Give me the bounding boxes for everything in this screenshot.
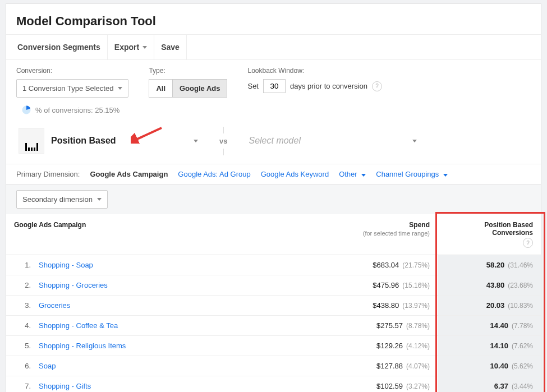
model-b-placeholder: Select model <box>249 136 301 146</box>
header-text: Spend <box>409 221 430 229</box>
campaign-link[interactable]: Shopping - Soap <box>39 261 93 269</box>
position-based-icon <box>19 128 44 154</box>
dimension-tab[interactable]: Google Ads Campaign <box>90 170 168 178</box>
type-google-ads-toggle[interactable]: Google Ads <box>173 79 227 98</box>
conversion-segments-button[interactable]: Conversion Segments <box>11 35 108 59</box>
dimension-tab[interactable]: Channel Groupings <box>376 170 448 178</box>
spend-cell: $475.96(15.16%) <box>314 275 438 296</box>
row-number: 5. <box>6 336 31 356</box>
table-row: 6.Soap$127.88(4.07%)10.40(5.62% <box>6 356 541 376</box>
toolbar-label: Export <box>114 35 139 59</box>
row-number: 7. <box>6 376 31 393</box>
dimension-tab[interactable]: Google Ads Keyword <box>261 170 329 178</box>
spend-cell: $683.04(21.75%) <box>314 255 438 275</box>
spend-cell: $275.57(8.78%) <box>314 316 438 336</box>
header-text: Position Based Conversions <box>484 221 533 237</box>
conversion-type-select[interactable]: 1 Conversion Type Selected <box>16 79 128 98</box>
toolbar-label: Save <box>161 35 180 59</box>
model-b-select[interactable]: Select model <box>249 136 417 146</box>
annotation-arrow-icon <box>131 127 164 144</box>
row-number: 2. <box>6 275 31 296</box>
chevron-down-icon <box>97 198 102 201</box>
dimension-tab[interactable]: Google Ads: Ad Group <box>178 170 250 178</box>
pie-chart-icon <box>22 105 31 114</box>
table-row: 3.Groceries$438.80(13.97%)20.03(10.83% <box>6 296 541 316</box>
chevron-down-icon <box>194 140 198 142</box>
toolbar-label: Conversion Segments <box>17 35 100 59</box>
data-table: Google Ads Campaign Spend (for selected … <box>6 214 541 392</box>
chevron-down-icon <box>143 46 147 49</box>
lookback-label: Lookback Window: <box>247 67 382 75</box>
column-header-conversions[interactable]: Position Based Conversions ? <box>438 214 541 255</box>
campaign-link[interactable]: Shopping - Groceries <box>39 281 108 289</box>
conversions-cell: 14.10(7.62% <box>438 336 541 356</box>
table-row: 2.Shopping - Groceries$475.96(15.16%)43.… <box>6 275 541 296</box>
dimension-tab-label: Other <box>339 170 357 178</box>
column-header-campaign[interactable]: Google Ads Campaign <box>6 214 314 255</box>
chevron-down-icon <box>412 140 417 142</box>
conversions-cell: 58.20(31.46% <box>438 255 541 275</box>
dimension-tab[interactable]: Other <box>339 170 366 178</box>
svg-line-1 <box>134 128 162 141</box>
spend-cell: $127.88(4.07%) <box>314 356 438 376</box>
row-number: 3. <box>6 296 31 316</box>
vs-separator: vs <box>209 137 237 145</box>
conversion-label: Conversion: <box>16 67 128 75</box>
row-number: 6. <box>6 356 31 376</box>
conversions-cell: 14.40(7.78% <box>438 316 541 336</box>
chevron-down-icon <box>443 174 448 177</box>
type-all-toggle[interactable]: All <box>149 79 173 98</box>
spend-cell: $438.80(13.97%) <box>314 296 438 316</box>
lookback-suffix-label: days prior to conversion <box>290 82 367 90</box>
select-value: Secondary dimension <box>22 195 93 204</box>
row-number: 1. <box>6 255 31 275</box>
campaign-link[interactable]: Shopping - Religious Items <box>39 342 126 350</box>
conversions-cell: 43.80(23.68% <box>438 275 541 296</box>
export-button[interactable]: Export <box>108 35 154 59</box>
conversions-cell: 10.40(5.62% <box>438 356 541 376</box>
table-row: 5.Shopping - Religious Items$129.26(4.12… <box>6 336 541 356</box>
lookback-days-input[interactable] <box>263 79 286 93</box>
spend-cell: $129.26(4.12%) <box>314 336 438 356</box>
chevron-down-icon <box>361 174 366 177</box>
page-title: Model Comparison Tool <box>16 14 531 29</box>
primary-dimension-label: Primary Dimension: <box>16 170 80 178</box>
campaign-link[interactable]: Groceries <box>39 301 70 310</box>
column-header-spend[interactable]: Spend (for selected time range) <box>314 214 438 255</box>
table-row: 7.Shopping - Gifts$102.59(3.27%)6.37(3.4… <box>6 376 541 393</box>
help-icon[interactable]: ? <box>523 238 533 248</box>
table-row: 4.Shopping - Coffee & Tea$275.57(8.78%)1… <box>6 316 541 336</box>
toolbar: Conversion Segments Export Save <box>6 34 541 59</box>
model-a-select[interactable]: Position Based <box>19 128 198 154</box>
table-header-row: Google Ads Campaign Spend (for selected … <box>6 214 541 255</box>
help-icon[interactable]: ? <box>372 81 382 91</box>
chevron-down-icon <box>118 87 122 90</box>
row-number: 4. <box>6 316 31 336</box>
secondary-dimension-select[interactable]: Secondary dimension <box>16 190 108 209</box>
spend-cell: $102.59(3.27%) <box>314 376 438 393</box>
campaign-link[interactable]: Shopping - Gifts <box>39 382 91 390</box>
pct-conversions-label: % of conversions: 25.15% <box>35 106 119 114</box>
save-button[interactable]: Save <box>154 35 187 59</box>
dimension-tab-label: Channel Groupings <box>376 170 439 178</box>
type-label: Type: <box>149 67 227 75</box>
model-a-name: Position Based <box>51 136 116 146</box>
lookback-set-label: Set <box>247 82 259 90</box>
campaign-link[interactable]: Soap <box>39 362 56 370</box>
header-subtext: (for selected time range) <box>322 230 430 237</box>
table-row: 1.Shopping - Soap$683.04(21.75%)58.20(31… <box>6 255 541 275</box>
conversions-cell: 20.03(10.83% <box>438 296 541 316</box>
select-value: 1 Conversion Type Selected <box>22 84 113 93</box>
campaign-link[interactable]: Shopping - Coffee & Tea <box>39 321 118 330</box>
conversions-cell: 6.37(3.44% <box>438 376 541 393</box>
